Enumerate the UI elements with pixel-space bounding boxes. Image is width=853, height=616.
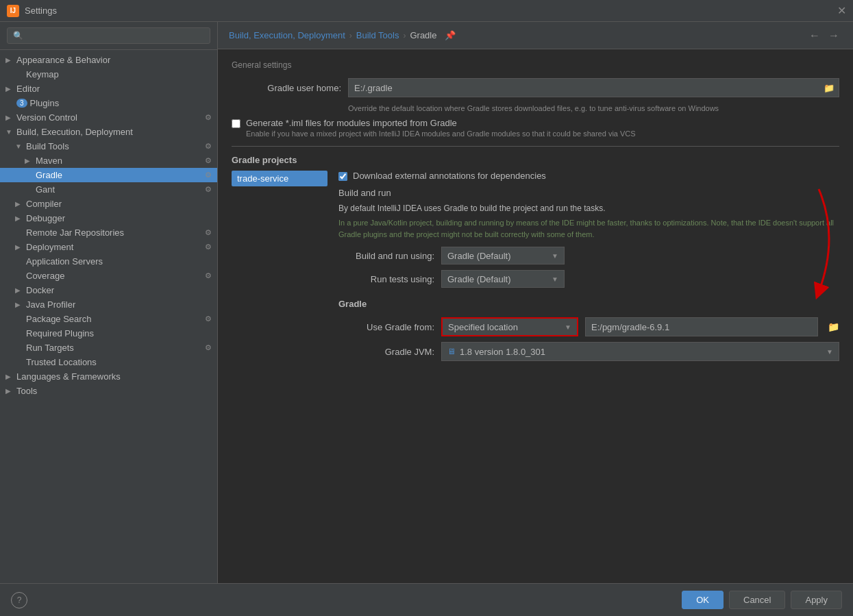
sidebar-item-label: Coverage <box>26 271 202 281</box>
build-hint: In a pure Java/Kotlin project, building … <box>338 217 839 240</box>
nav-forward[interactable]: → <box>826 29 842 42</box>
nav-back[interactable]: ← <box>806 29 823 42</box>
search-input[interactable] <box>7 27 210 44</box>
main-content: Build, Execution, Deployment › Build Too… <box>218 22 853 583</box>
tree-arrow: ▶ <box>5 373 15 380</box>
gear-icon: ⚙ <box>205 315 212 323</box>
sidebar-item-trusted-locations[interactable]: Trusted Locations <box>0 355 217 369</box>
build-run-label: Build and run using: <box>338 251 434 261</box>
general-settings-title: General settings <box>232 60 839 70</box>
sidebar-item-label: Version Control <box>16 112 202 123</box>
use-gradle-row: Use Gradle from: Specified location ▼ E:… <box>338 317 839 336</box>
sidebar-item-label: Gant <box>36 184 202 195</box>
sidebar-item-label: Application Servers <box>26 256 212 267</box>
sidebar-item-package-search[interactable]: Package Search⚙ <box>0 312 217 326</box>
build-and-run-title: Build and run <box>338 188 839 198</box>
tree-arrow: ▶ <box>15 301 25 308</box>
sidebar-item-label: Tools <box>16 386 212 396</box>
use-gradle-dropdown[interactable]: Specified location ▼ <box>441 317 578 336</box>
build-run-using-row: Build and run using: Gradle (Default) ▼ <box>338 247 839 264</box>
project-item-trade-service[interactable]: trade-service <box>232 171 327 186</box>
sidebar: ▶Appearance & Behavior Keymap▶Editor 3Pl… <box>0 22 218 583</box>
sidebar-item-label: Required Plugins <box>26 328 212 338</box>
breadcrumb-sep-2: › <box>403 31 406 40</box>
sidebar-item-label: Deployment <box>26 242 202 252</box>
sidebar-item-tools[interactable]: ▶Tools <box>0 384 217 398</box>
folder-browse-icon[interactable]: 📁 <box>824 83 835 93</box>
tree-arrow: ▶ <box>5 387 15 395</box>
sidebar-item-label: Trusted Locations <box>26 357 212 367</box>
build-run-dropdown[interactable]: Gradle (Default) ▼ <box>441 247 565 264</box>
gear-icon: ⚙ <box>205 156 212 165</box>
sidebar-item-label: Languages & Frameworks <box>16 371 212 382</box>
sidebar-item-languages[interactable]: ▶Languages & Frameworks <box>0 369 217 384</box>
sidebar-item-deployment[interactable]: ▶Deployment⚙ <box>0 240 217 254</box>
gradle-path-input[interactable]: E:/pgm/gradle-6.9.1 <box>585 317 818 336</box>
sidebar-item-compiler[interactable]: ▶Compiler <box>0 197 217 211</box>
sidebar-item-maven[interactable]: ▶Maven⚙ <box>0 153 217 168</box>
gradle-home-input[interactable]: E:/.gradle 📁 <box>348 78 839 97</box>
dialog-content: ▶Appearance & Behavior Keymap▶Editor 3Pl… <box>0 22 853 583</box>
divider-1 <box>232 146 839 147</box>
sidebar-item-gradle[interactable]: Gradle⚙ <box>0 168 217 182</box>
jvm-dropdown-arrow: ▼ <box>826 348 833 356</box>
run-tests-row: Run tests using: Gradle (Default) ▼ <box>338 270 839 288</box>
sidebar-item-keymap[interactable]: Keymap <box>0 67 217 82</box>
gear-icon: ⚙ <box>205 185 212 194</box>
pin-icon[interactable]: 📌 <box>445 30 456 40</box>
close-button[interactable]: ✕ <box>837 4 846 17</box>
sidebar-item-label: Build Tools <box>26 141 202 151</box>
app-icon: IJ <box>7 5 19 17</box>
generate-iml-row: Generate *.iml files for modules importe… <box>232 118 839 138</box>
sidebar-item-label: Gradle <box>36 170 202 180</box>
sidebar-item-java-profiler[interactable]: ▶Java Profiler <box>0 297 217 312</box>
bottom-bar: ? OK Cancel Apply <box>0 583 853 616</box>
generate-iml-label: Generate *.iml files for modules importe… <box>246 118 636 128</box>
specified-dropdown-arrow: ▼ <box>565 323 571 331</box>
sidebar-item-run-targets[interactable]: Run Targets⚙ <box>0 341 217 355</box>
jvm-icon: 🖥 <box>447 347 456 356</box>
sidebar-item-build-exec[interactable]: ▼Build, Execution, Deployment <box>0 125 217 139</box>
sidebar-item-label: Java Profiler <box>26 299 212 310</box>
gradle-jvm-row: Gradle JVM: 🖥 1.8 version 1.8.0_301 ▼ <box>338 342 839 361</box>
title-bar-left: IJ Settings <box>7 5 57 17</box>
sidebar-item-label: Docker <box>26 285 212 295</box>
sidebar-item-app-servers[interactable]: Application Servers <box>0 254 217 269</box>
download-annotations-checkbox[interactable] <box>338 172 347 181</box>
gradle-projects-title: Gradle projects <box>232 155 839 165</box>
help-button[interactable]: ? <box>11 592 27 608</box>
apply-button[interactable]: Apply <box>791 591 842 609</box>
sidebar-item-label: Debugger <box>26 213 212 223</box>
content-body: General settings Gradle user home: E:/.g… <box>218 49 853 389</box>
cancel-button[interactable]: Cancel <box>729 591 785 609</box>
generate-iml-checkbox[interactable] <box>232 119 240 128</box>
sidebar-item-label: Package Search <box>26 314 202 324</box>
breadcrumb: Build, Execution, Deployment › Build Too… <box>218 22 853 49</box>
breadcrumb-gradle: Gradle <box>410 30 436 40</box>
run-tests-label: Run tests using: <box>338 274 434 284</box>
breadcrumb-build[interactable]: Build, Execution, Deployment <box>229 30 345 40</box>
run-tests-dropdown-arrow: ▼ <box>552 275 558 283</box>
sidebar-item-label: Compiler <box>26 199 212 209</box>
tree-arrow: ▶ <box>15 286 25 294</box>
sidebar-item-debugger[interactable]: ▶Debugger <box>0 211 217 225</box>
sidebar-item-required-plugins[interactable]: Required Plugins <box>0 326 217 341</box>
gradle-path-browse-icon[interactable]: 📁 <box>828 321 839 332</box>
sidebar-item-appearance[interactable]: ▶Appearance & Behavior <box>0 53 217 67</box>
sidebar-item-gant[interactable]: Gant⚙ <box>0 182 217 197</box>
ok-button[interactable]: OK <box>682 591 724 609</box>
run-tests-dropdown[interactable]: Gradle (Default) ▼ <box>441 270 565 288</box>
gradle-jvm-dropdown[interactable]: 🖥 1.8 version 1.8.0_301 ▼ <box>441 342 839 361</box>
tree-arrow: ▶ <box>15 214 25 222</box>
gear-icon: ⚙ <box>205 243 212 251</box>
breadcrumb-build-tools[interactable]: Build Tools <box>356 30 399 40</box>
sidebar-item-build-tools[interactable]: ▼Build Tools⚙ <box>0 139 217 153</box>
download-annotations-row: Download external annotations for depend… <box>338 171 839 181</box>
sidebar-item-editor[interactable]: ▶Editor <box>0 82 217 96</box>
sidebar-item-plugins[interactable]: 3Plugins <box>0 96 217 110</box>
sidebar-item-docker[interactable]: ▶Docker <box>0 283 217 297</box>
sidebar-item-version-control[interactable]: ▶Version Control⚙ <box>0 110 217 125</box>
download-annotations-label: Download external annotations for depend… <box>353 171 546 181</box>
sidebar-item-remote-jar[interactable]: Remote Jar Repositories⚙ <box>0 225 217 240</box>
sidebar-item-coverage[interactable]: Coverage⚙ <box>0 269 217 283</box>
